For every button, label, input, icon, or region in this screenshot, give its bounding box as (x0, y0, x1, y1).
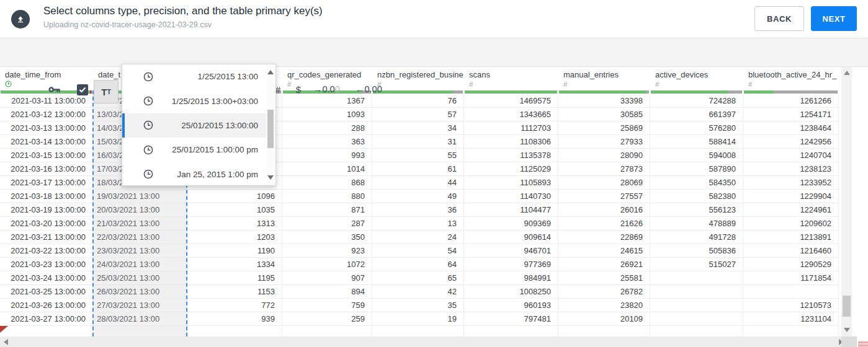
datetime-format-menu: 1/25/2015 13:001/25/2015 13:00+03:0025/0… (122, 64, 276, 186)
table-cell: 661397 (650, 108, 743, 121)
table-cell: 939 (187, 312, 282, 325)
table-cell: 288 (282, 121, 372, 134)
page-subtitle: Uploading nz-covid-tracer-usage-2021-03-… (43, 20, 212, 29)
column-type-indicator: # (655, 81, 743, 89)
quality-bar-segment (559, 90, 647, 94)
string-type-label-small: T (107, 88, 110, 95)
table-cell: 36 (372, 203, 464, 216)
back-button[interactable]: BACK (754, 6, 804, 31)
quality-bar (651, 90, 742, 94)
table-cell: 13 (372, 217, 464, 230)
currency-type-button[interactable]: $ (294, 84, 303, 95)
table-cell: 797481 (464, 312, 558, 325)
column-header[interactable]: scans# (464, 66, 558, 90)
column-type-toolbar: TT Date / time # $ →0.00 ←0.00 (0, 38, 868, 67)
column-header[interactable]: manual_entries# (558, 66, 650, 90)
table-cell: 1238464 (743, 121, 839, 134)
table-cell: 49 (372, 190, 464, 203)
table-cell: 759 (282, 299, 372, 312)
column-header-label: nzbn_registered_busine (377, 70, 464, 79)
menu-item-label: 1/25/2015 13:00+03:00 (172, 97, 258, 106)
table-vertical-scrollbar[interactable] (841, 66, 852, 336)
table-cell: 30585 (558, 108, 650, 121)
table-cell: 871 (282, 203, 372, 216)
table-cell: 1224961 (743, 203, 839, 216)
table-cell: 31 (372, 135, 464, 148)
column-header[interactable]: bluetooth_active_24_hr_# (743, 66, 839, 90)
table-row: 2021-03-26 13:00:0027/03/2021 13:0077275… (0, 299, 839, 312)
table-cell: 2021-03-21 13:00:00 (0, 231, 93, 244)
table-cell: 35 (372, 299, 464, 312)
table-cell: 19 (372, 312, 464, 325)
table-cell: 993 (282, 149, 372, 162)
table-cell: 1343665 (464, 108, 558, 121)
table-cell (282, 326, 372, 336)
table-cell (650, 312, 743, 325)
table-cell: 1229904 (743, 190, 839, 203)
table-cell: 1233952 (743, 176, 839, 189)
table-cell: 1242956 (743, 135, 839, 148)
table-cell: 594008 (650, 149, 743, 162)
table-cell: 587890 (650, 162, 743, 175)
table-cell: 478889 (650, 217, 743, 230)
table-horizontal-scrollbar[interactable] (0, 336, 857, 347)
table-cell: 24/03/2021 13:00 (93, 258, 187, 271)
menu-item[interactable]: 1/25/2015 13:00+03:00 (122, 89, 275, 113)
table-cell: 515027 (650, 258, 743, 271)
table-cell: 1290529 (743, 258, 839, 271)
table-cell (0, 326, 93, 336)
menu-item[interactable]: 1/25/2015 13:00 (122, 64, 275, 89)
next-button[interactable]: NEXT (811, 6, 857, 31)
table-cell (464, 326, 558, 336)
table-cell: 1469575 (464, 94, 558, 107)
menu-item[interactable]: 25/01/2015 1:00:00 pm (122, 138, 275, 162)
table-cell: 1367 (282, 94, 372, 107)
table-cell: 923 (282, 244, 372, 257)
increase-decimals-button[interactable]: ←0.00 (356, 84, 382, 94)
menu-scroll-thumb[interactable] (267, 110, 274, 148)
quality-bar (373, 90, 463, 94)
scroll-down-icon[interactable] (844, 328, 850, 332)
menu-item[interactable]: 25/01/2015 13:00:00 (122, 113, 275, 138)
column-header-label: date_time_from (5, 70, 93, 79)
column-header[interactable]: nzbn_registered_busine# (372, 66, 464, 90)
primary-key-icon[interactable] (48, 84, 61, 95)
menu-scroll-up-icon[interactable] (267, 70, 274, 74)
vertical-scroll-thumb[interactable] (843, 296, 851, 317)
table-cell: 2021-03-17 13:00:00 (0, 176, 93, 189)
table-cell: 2021-03-13 13:00:00 (0, 121, 93, 134)
column-type-indicator: # (563, 81, 650, 89)
table-cell: 24615 (558, 244, 650, 257)
scrollbar-corner (841, 336, 857, 347)
table-cell: 960193 (464, 299, 558, 312)
string-type-button[interactable]: TT (94, 80, 119, 103)
table-cell: 28069 (558, 176, 650, 189)
table-cell: 20/03/2021 13:00 (93, 203, 187, 216)
table-cell: 61 (372, 162, 464, 175)
table-cell: 1125029 (464, 162, 558, 175)
decrease-decimals-button[interactable]: →0.00 (313, 84, 340, 94)
menu-item[interactable]: Jan 25, 2015 1:00 pm (122, 162, 275, 187)
table-cell: 1231104 (743, 312, 839, 325)
column-header[interactable]: active_devices# (650, 66, 743, 90)
quality-bar-segment (728, 90, 742, 94)
scroll-up-icon[interactable] (844, 71, 850, 75)
table-cell: 259 (282, 312, 372, 325)
arrow-left-icon: ← (356, 84, 365, 94)
table-cell (650, 326, 743, 336)
table-cell: 2021-03-12 13:00:00 (0, 108, 93, 121)
include-column-checkbox[interactable] (77, 84, 88, 95)
table-cell: 1104477 (464, 203, 558, 216)
table-cell: 1213891 (743, 231, 839, 244)
menu-scroll-down-icon[interactable] (267, 175, 274, 180)
column-type-indicator: # (377, 81, 464, 89)
table-cell: 582380 (650, 190, 743, 203)
table-cell: 1105893 (464, 176, 558, 189)
column-header-label: bluetooth_active_24_hr_ (748, 70, 839, 79)
scroll-left-icon[interactable] (4, 339, 8, 345)
table-cell: 25/03/2021 13:00 (93, 271, 187, 284)
clock-icon (143, 120, 153, 130)
table-cell: 1313 (187, 217, 282, 230)
menu-scrollbar[interactable] (266, 65, 275, 185)
table-cell: 2021-03-26 13:00:00 (0, 299, 93, 312)
